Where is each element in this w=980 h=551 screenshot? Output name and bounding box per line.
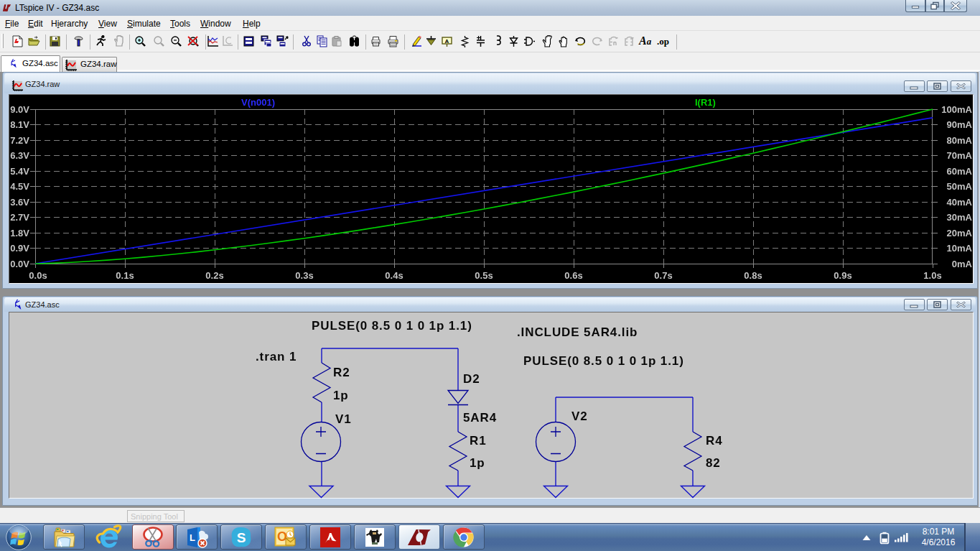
svg-text:8.1V: 8.1V	[10, 119, 29, 130]
svg-text:0.8s: 0.8s	[744, 270, 762, 281]
svg-text:7.2V: 7.2V	[10, 135, 29, 146]
svg-text:4.5V: 4.5V	[10, 181, 29, 192]
svg-text:D2: D2	[463, 372, 480, 386]
svg-text:I(R1): I(R1)	[695, 97, 716, 108]
svg-text:0.2s: 0.2s	[205, 270, 223, 281]
svg-text:100mA: 100mA	[941, 104, 972, 115]
svg-text:V2: V2	[571, 409, 588, 423]
svg-text:1p: 1p	[333, 389, 349, 402]
svg-text:0.0V: 0.0V	[10, 259, 29, 269]
svg-text:.tran 1: .tran 1	[256, 350, 297, 364]
svg-text:.INCLUDE 5AR4.lib: .INCLUDE 5AR4.lib	[517, 325, 638, 339]
svg-text:90mA: 90mA	[947, 119, 973, 130]
svg-text:40mA: 40mA	[947, 197, 973, 208]
svg-text:0.4s: 0.4s	[385, 270, 403, 281]
svg-text:R2: R2	[333, 366, 350, 379]
svg-text:2.7V: 2.7V	[10, 212, 29, 223]
svg-text:82: 82	[706, 456, 721, 470]
svg-text:3.6V: 3.6V	[10, 197, 29, 208]
svg-text:0.0s: 0.0s	[29, 270, 47, 281]
svg-text:0.5s: 0.5s	[475, 270, 493, 281]
svg-text:0.9V: 0.9V	[10, 243, 29, 254]
svg-text:1p: 1p	[470, 456, 485, 470]
svg-text:L: L	[190, 532, 195, 543]
svg-text:0.6s: 0.6s	[564, 270, 582, 281]
svg-text:5AR4: 5AR4	[463, 411, 497, 425]
svg-text:1.0s: 1.0s	[923, 270, 941, 281]
svg-text:0.9s: 0.9s	[834, 270, 851, 281]
svg-text:30mA: 30mA	[947, 212, 973, 223]
svg-text:10mA: 10mA	[947, 243, 973, 254]
svg-text:20mA: 20mA	[947, 228, 973, 239]
svg-text:S: S	[237, 530, 246, 545]
svg-text:0.7s: 0.7s	[654, 270, 672, 281]
svg-text:9.0V: 9.0V	[10, 104, 29, 115]
svg-text:PULSE(0 8.5 0 1 0 1p 1.1): PULSE(0 8.5 0 1 0 1p 1.1)	[523, 354, 684, 368]
svg-text:PULSE(0 8.5 0 1 0 1p 1.1): PULSE(0 8.5 0 1 0 1p 1.1)	[312, 319, 472, 333]
svg-text:0mA: 0mA	[952, 259, 973, 269]
svg-text:60mA: 60mA	[947, 166, 973, 177]
svg-text:5.4V: 5.4V	[10, 166, 29, 177]
svg-text:0.3s: 0.3s	[295, 270, 313, 281]
svg-text:1.8V: 1.8V	[10, 228, 29, 239]
svg-text:R1: R1	[470, 434, 487, 448]
svg-text:6.3V: 6.3V	[10, 150, 29, 161]
svg-text:R4: R4	[706, 434, 723, 448]
svg-text:50mA: 50mA	[947, 181, 973, 192]
svg-text:0.1s: 0.1s	[116, 270, 134, 281]
svg-text:70mA: 70mA	[947, 150, 973, 161]
svg-text:80mA: 80mA	[947, 135, 973, 146]
svg-text:A: A	[445, 38, 449, 45]
svg-text:V1: V1	[335, 412, 352, 426]
svg-text:V(n001): V(n001)	[241, 97, 275, 108]
